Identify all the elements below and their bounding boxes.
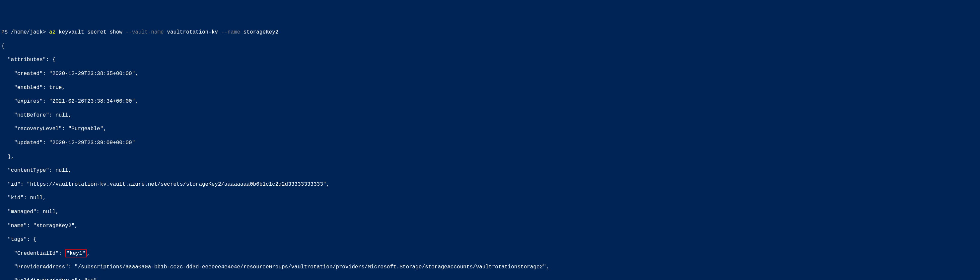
output-line: "created": "2020-12-29T23:38:35+00:00",	[1, 70, 979, 77]
output-line: "contentType": null,	[1, 167, 979, 174]
credentialid-key: "CredentialId":	[1, 250, 65, 256]
credentialid-comma: ,	[87, 250, 90, 256]
output-line: "tags": {	[1, 236, 979, 243]
cmd-az: az	[49, 29, 59, 35]
output-line: "attributes": {	[1, 56, 979, 64]
arg-name: storageKey2	[243, 29, 279, 35]
output-line: "enabled": true,	[1, 84, 979, 91]
arg-vault-name: vaultrotation-kv	[167, 29, 221, 35]
cmd-rest: keyvault secret show	[59, 29, 126, 35]
output-line: {	[1, 43, 979, 50]
flag-vault-name: --vault-name	[126, 29, 167, 35]
output-line: "notBefore": null,	[1, 112, 979, 119]
flag-name: --name	[221, 29, 243, 35]
prompt-prefix: PS /home/jack>	[1, 29, 49, 35]
output-line: "managed": null,	[1, 209, 979, 216]
output-line: "name": "storageKey2",	[1, 222, 979, 229]
output-line: "ValidityPeriodDays": "60"	[1, 278, 979, 280]
output-line: "kid": null,	[1, 195, 979, 202]
output-line: },	[1, 154, 979, 160]
command-line[interactable]: PS /home/jack> az keyvault secret show -…	[1, 29, 979, 36]
output-line: "updated": "2020-12-29T23:39:09+00:00"	[1, 139, 979, 147]
output-line: "id": "https://vaultrotation-kv.vault.az…	[1, 181, 979, 188]
output-line: "ProviderAddress": "/subscriptions/aaaa0…	[1, 264, 979, 271]
credentialid-value-highlight: "key1"	[65, 250, 87, 258]
output-line: "expires": "2021-02-26T23:38:34+00:00",	[1, 98, 979, 105]
output-line-credentialid: "CredentialId": "key1",	[1, 250, 979, 257]
output-line: "recoveryLevel": "Purgeable",	[1, 126, 979, 133]
